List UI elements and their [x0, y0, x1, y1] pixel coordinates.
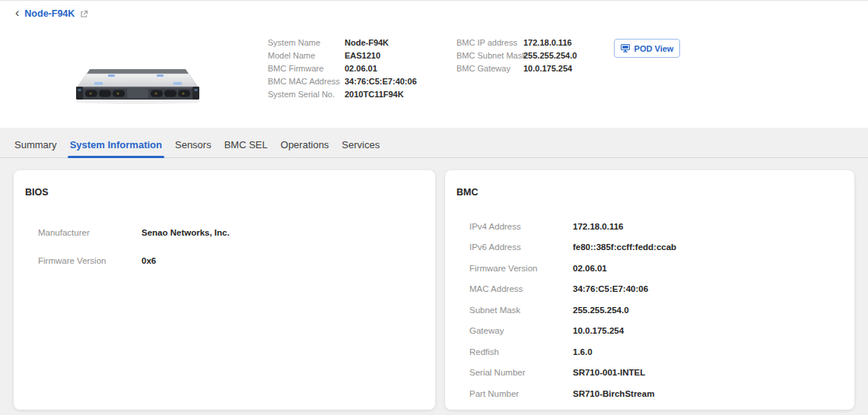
kv-label: Gateway [469, 326, 573, 335]
bmc-row-serial-number: Serial Number SR710-001-INTEL [445, 363, 854, 384]
info-value: EAS1210 [345, 51, 380, 60]
info-row-system-serial: System Serial No. 2010TC11F94K [268, 87, 417, 100]
kv-label: MAC Address [469, 284, 573, 293]
bios-row-firmware-version: Firmware Version 0x6 [14, 246, 435, 274]
bios-card: BIOS Manufacturer Senao Networks, Inc. F… [14, 170, 435, 410]
bmc-row-part-number: Part Number SR710-BirchStream [445, 383, 854, 404]
info-value: 34:76:C5:E7:40:06 [345, 77, 417, 86]
info-label: Model Name [268, 51, 345, 60]
tab-bar: Summary System Information Sensors BMC S… [0, 128, 868, 158]
info-value: 02.06.01 [345, 64, 377, 73]
breadcrumb-node-link[interactable]: Node-F94K [24, 8, 75, 19]
bmc-card-title: BMC [456, 187, 854, 198]
kv-label: Manufacturer [38, 228, 141, 237]
kv-label: Redfish [469, 347, 573, 356]
bmc-row-redfish: Redfish 1.6.0 [445, 341, 854, 363]
pod-view-label: POD View [634, 44, 674, 53]
kv-label: IPv4 Address [469, 222, 573, 231]
bmc-row-ipv4: IPv4 Address 172.18.0.116 [445, 216, 854, 237]
monitor-icon [621, 44, 630, 52]
kv-label: Firmware Version [38, 256, 141, 265]
info-label: System Serial No. [268, 90, 345, 99]
bios-card-title: BIOS [25, 187, 435, 198]
info-row-bmc-subnet: BMC Subnet Mask 255.255.254.0 [456, 49, 577, 62]
info-row-bmc-firmware: BMC Firmware 02.06.01 [268, 62, 417, 74]
info-row-bmc-mac-address: BMC MAC Address 34:76:C5:E7:40:06 [268, 74, 417, 87]
node-header: ‹ Node-F94K [0, 1, 868, 128]
content-section: Summary System Information Sensors BMC S… [0, 128, 868, 415]
server-image [67, 66, 208, 106]
bios-kv-list: Manufacturer Senao Networks, Inc. Firmwa… [14, 218, 435, 274]
network-summary-list: BMC IP address 172.18.0.116 BMC Subnet M… [456, 36, 577, 74]
bmc-row-subnet-mask: Subnet Mask 255.255.254.0 [445, 299, 854, 321]
bmc-row-gateway: Gateway 10.0.175.254 [445, 321, 854, 342]
info-value: 2010TC11F94K [345, 90, 404, 99]
tab-operations[interactable]: Operations [280, 139, 330, 157]
info-label: BMC Subnet Mask [456, 51, 523, 60]
info-label: BMC IP address [456, 38, 523, 47]
kv-value: fe80::385f:ccff:fedd:ccab [573, 242, 676, 252]
bmc-row-mac-address: MAC Address 34:76:C5:E7:40:06 [445, 279, 854, 300]
kv-label: Serial Number [469, 368, 573, 377]
tab-bmc-sel[interactable]: BMC SEL [224, 139, 269, 157]
info-label: BMC Firmware [268, 64, 345, 73]
breadcrumb: ‹ Node-F94K [15, 7, 88, 21]
tab-sensors[interactable]: Sensors [174, 139, 212, 157]
info-value: 172.18.0.116 [523, 38, 572, 47]
back-chevron-icon[interactable]: ‹ [15, 7, 19, 21]
kv-value: 10.0.175.254 [573, 326, 624, 335]
info-row-model-name: Model Name EAS1210 [268, 49, 417, 62]
page-root: ‹ Node-F94K [0, 0, 868, 415]
kv-value: SR710-BirchStream [573, 389, 654, 398]
bmc-row-ipv6: IPv6 Address fe80::385f:ccff:fedd:ccab [445, 237, 854, 258]
kv-value: 02.06.01 [573, 264, 607, 273]
external-link-icon[interactable] [80, 10, 88, 18]
kv-label: Firmware Version [469, 264, 573, 273]
kv-value: 255.255.254.0 [573, 306, 629, 315]
bios-row-manufacturer: Manufacturer Senao Networks, Inc. [14, 218, 435, 246]
kv-value: 1.6.0 [573, 347, 593, 356]
cards-area: BIOS Manufacturer Senao Networks, Inc. F… [0, 158, 868, 410]
bmc-row-firmware-version: Firmware Version 02.06.01 [445, 258, 854, 279]
tab-system-information[interactable]: System Information [69, 139, 163, 157]
kv-value: 0x6 [141, 256, 156, 265]
info-row-bmc-ip: BMC IP address 172.18.0.116 [456, 36, 577, 49]
info-value: 10.0.175.254 [523, 64, 572, 73]
kv-label: Subnet Mask [469, 306, 573, 315]
info-value: 255.255.254.0 [523, 51, 577, 60]
info-row-bmc-gateway: BMC Gateway 10.0.175.254 [456, 62, 577, 74]
bmc-kv-list: IPv4 Address 172.18.0.116 IPv6 Address f… [445, 216, 854, 404]
kv-value: 34:76:C5:E7:40:06 [573, 284, 648, 293]
info-value: Node-F94K [345, 38, 389, 47]
info-row-system-name: System Name Node-F94K [268, 36, 417, 49]
kv-label: Part Number [469, 389, 573, 398]
kv-value: 172.18.0.116 [573, 222, 624, 231]
kv-value: Senao Networks, Inc. [141, 228, 230, 237]
tab-summary[interactable]: Summary [14, 139, 58, 157]
info-label: System Name [268, 38, 345, 47]
kv-label: IPv6 Address [469, 242, 573, 252]
tab-services[interactable]: Services [341, 139, 380, 157]
info-label: BMC MAC Address [268, 77, 345, 86]
info-label: BMC Gateway [456, 64, 523, 73]
bmc-card: BMC IPv4 Address 172.18.0.116 IPv6 Addre… [445, 170, 854, 410]
system-summary-list: System Name Node-F94K Model Name EAS1210… [268, 36, 417, 100]
pod-view-button[interactable]: POD View [614, 39, 680, 58]
kv-value: SR710-001-INTEL [573, 368, 645, 377]
